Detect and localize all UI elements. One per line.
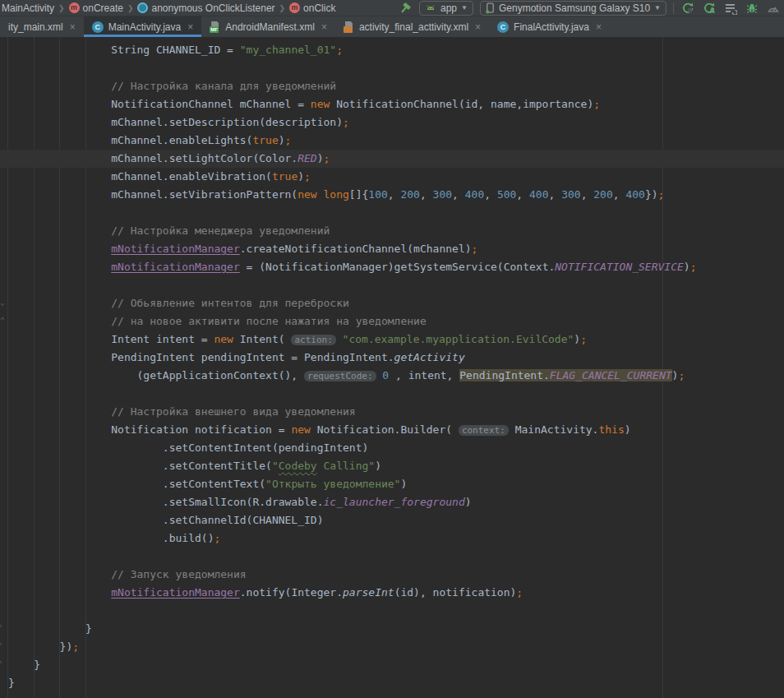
debug-icon[interactable] xyxy=(745,2,759,15)
code-line[interactable]: PendingIntent pendingIntent = PendingInt… xyxy=(0,349,784,367)
breadcrumb-label: anonymous OnClickListener xyxy=(151,2,274,14)
run-toolbar: app ▼ Genymotion Samsung Galaxy S10 ▼ xyxy=(398,1,784,16)
chevron-right-icon: ❯ xyxy=(58,4,66,12)
code-line[interactable]: }); xyxy=(0,638,784,656)
close-icon[interactable]: × xyxy=(321,21,327,33)
code-line[interactable]: mChannel.setVibrationPattern(new long[]{… xyxy=(0,186,784,204)
apply-code-changes-icon[interactable] xyxy=(723,2,738,15)
tab-androidmanifest-xml[interactable]: MF AndroidManifest.xml × xyxy=(201,16,335,37)
tab-mainactivity-java[interactable]: C MainActivity.java × xyxy=(84,16,202,37)
fold-marker-icon[interactable]: ⌃ xyxy=(0,624,2,632)
code-line[interactable]: mNotificationManager.notify(Integer.pars… xyxy=(0,584,784,602)
close-icon[interactable]: × xyxy=(187,21,193,33)
code-line[interactable]: (getApplicationContext(), requestCode: 0… xyxy=(0,367,784,385)
code-line[interactable]: // Запуск уведомления xyxy=(0,566,784,584)
breadcrumb-label: onClick xyxy=(303,2,335,14)
android-icon xyxy=(425,2,436,13)
class-icon: C xyxy=(92,21,104,33)
breadcrumb-onclick[interactable]: m onClick xyxy=(289,2,335,14)
fold-marker-icon[interactable]: ⌄ xyxy=(0,298,5,307)
editor-tab-bar: ity_main.xml × C MainActivity.java × MF … xyxy=(0,16,784,37)
breadcrumb-anonymous-class[interactable]: anonymous OnClickListener xyxy=(137,2,274,14)
fold-marker-icon[interactable]: ⌃ xyxy=(0,642,2,650)
close-icon[interactable]: × xyxy=(70,21,76,33)
code-line[interactable]: String CHANNEL_ID = "my_channel_01"; xyxy=(0,41,784,59)
code-line[interactable]: } xyxy=(0,674,784,692)
run-configuration-select[interactable]: app ▼ xyxy=(419,1,473,16)
code-line[interactable]: mChannel.enableLights(true); xyxy=(0,132,784,150)
code-line[interactable] xyxy=(0,204,784,222)
tab-finalacttivity-java[interactable]: C FinalActtivity.java × xyxy=(489,16,610,37)
breadcrumb-label: MainActivity xyxy=(2,2,54,14)
close-icon[interactable]: × xyxy=(475,21,481,33)
code-line[interactable]: .setSmallIcon(R.drawable.ic_launcher_for… xyxy=(0,493,784,511)
chevron-down-icon: ▼ xyxy=(461,4,468,12)
code-editor[interactable]: String CHANNEL_ID = "my_channel_01"; // … xyxy=(0,37,784,698)
run-configuration-label: app xyxy=(440,2,457,14)
tab-activity-final-acttivity-xml[interactable]: activity_final_acttivity.xml × xyxy=(335,16,489,37)
rerun-icon[interactable] xyxy=(680,2,695,15)
code-line[interactable]: // Настройка внешнего вида уведомления xyxy=(0,403,784,421)
code-line[interactable]: // Обьявление интентов для переброски xyxy=(0,294,784,312)
device-label: Genymotion Samsung Galaxy S10 xyxy=(499,2,650,14)
breadcrumb-class[interactable]: MainActivity xyxy=(2,2,54,14)
device-select[interactable]: Genymotion Samsung Galaxy S10 ▼ xyxy=(480,1,666,16)
code-line[interactable]: // на новое активити после нажатия на ув… xyxy=(0,312,784,331)
parameter-hint: action: xyxy=(291,335,335,345)
code-line[interactable]: mChannel.setDescription(description); xyxy=(0,113,784,132)
code-line[interactable] xyxy=(0,59,784,77)
code-line[interactable]: Notification notification = new Notifica… xyxy=(0,421,784,439)
navigation-bar: MainActivity ❯ m onCreate ❯ anonymous On… xyxy=(0,0,784,16)
tab-activity-main-xml[interactable]: ity_main.xml × xyxy=(0,16,84,37)
chevron-down-icon: ▼ xyxy=(654,4,661,12)
breadcrumb-label: onCreate xyxy=(83,2,123,14)
parameter-hint: context: xyxy=(459,425,509,436)
tab-label: MainActivity.java xyxy=(108,21,181,33)
phone-icon xyxy=(486,2,495,14)
toolbar-separator xyxy=(673,2,674,14)
chevron-right-icon: ❯ xyxy=(279,4,287,12)
code-line[interactable]: mNotificationManager.createNotificationC… xyxy=(0,240,784,258)
code-line[interactable]: mChannel.enableVibration(true); xyxy=(0,168,784,186)
code-line[interactable]: } xyxy=(0,620,784,638)
code-line[interactable] xyxy=(0,385,784,403)
code-line[interactable]: NotificationChannel mChannel = new Notif… xyxy=(0,95,784,113)
breadcrumb: MainActivity ❯ m onCreate ❯ anonymous On… xyxy=(0,2,335,14)
code-line[interactable]: } xyxy=(0,656,784,674)
method-icon: m xyxy=(289,2,300,13)
breadcrumb-oncreate[interactable]: m onCreate xyxy=(69,2,123,14)
code-line[interactable]: .setChannelId(CHANNEL_ID) xyxy=(0,511,784,529)
code-line[interactable]: // Настройка менеджера уведомлений xyxy=(0,222,784,240)
code-line[interactable] xyxy=(0,548,784,566)
tab-label: activity_final_acttivity.xml xyxy=(359,21,468,33)
build-hammer-icon[interactable] xyxy=(398,2,413,15)
parameter-hint: requestCode: xyxy=(304,371,376,381)
tab-label: FinalActtivity.java xyxy=(514,21,589,33)
code-line[interactable]: Intent intent = new Intent( action: "com… xyxy=(0,331,784,349)
fold-marker-icon[interactable]: ⌃ xyxy=(0,317,5,325)
tab-label: AndroidManifest.xml xyxy=(225,21,315,33)
code-line[interactable]: .setContentIntent(pendingIntent) xyxy=(0,439,784,457)
chevron-right-icon: ❯ xyxy=(127,4,135,12)
close-icon[interactable]: × xyxy=(596,21,602,33)
class-icon: C xyxy=(497,21,509,33)
code-line[interactable]: .build(); xyxy=(0,529,784,548)
code-line[interactable] xyxy=(0,276,784,294)
code-line[interactable]: mNotificationManager = (NotificationMana… xyxy=(0,258,784,276)
code-line[interactable]: // Настройка канала для уведомлений xyxy=(0,77,784,95)
method-icon: m xyxy=(69,2,80,13)
profile-icon[interactable] xyxy=(766,2,781,15)
code-line[interactable] xyxy=(0,602,784,620)
android-studio-window: MainActivity ❯ m onCreate ❯ anonymous On… xyxy=(0,0,784,698)
fold-marker-icon[interactable]: ⌃ xyxy=(0,660,2,668)
xml-file-icon xyxy=(344,21,354,33)
code-line[interactable]: .setContentTitle("Codeby Calling") xyxy=(0,457,784,475)
svg-text:A: A xyxy=(710,7,716,15)
code-line[interactable]: .setContentText("Открыть уведомление") xyxy=(0,475,784,493)
manifest-file-icon: MF xyxy=(210,21,220,33)
tab-label: ity_main.xml xyxy=(8,21,63,33)
apply-changes-icon[interactable]: A xyxy=(702,2,717,15)
anonymous-class-icon xyxy=(137,2,148,13)
code-line[interactable]: mChannel.setLightColor(Color.RED); xyxy=(0,150,784,168)
